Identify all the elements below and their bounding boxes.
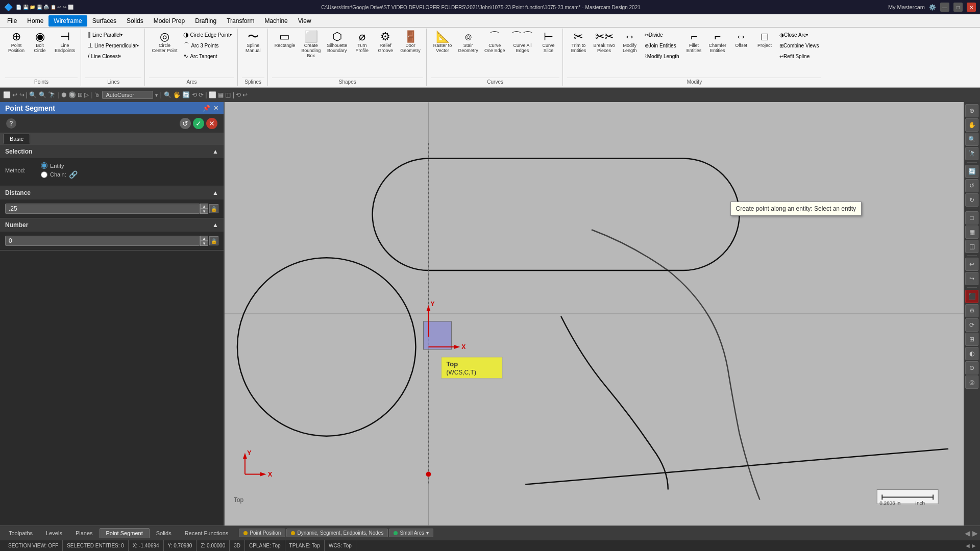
tab-planes[interactable]: Planes: [69, 528, 100, 538]
rt-rotate[interactable]: 🔄: [965, 165, 978, 178]
menu-file[interactable]: File: [2, 15, 22, 27]
modify-length-small-btn[interactable]: ⌇ Modify Length: [642, 51, 682, 61]
rt-redo[interactable]: ↪: [965, 272, 978, 285]
distance-input[interactable]: [5, 204, 200, 214]
status-dynamic-segment[interactable]: Dynamic, Segment, Endpoints, Nodes: [286, 529, 388, 537]
line-endpoints-btn[interactable]: ⊣ LineEndpoints: [52, 30, 78, 55]
menu-view[interactable]: View: [293, 15, 316, 27]
nav-forward-btn[interactable]: ▶: [972, 529, 978, 537]
refit-spline-btn[interactable]: ↩ Refit Spline: [777, 51, 821, 61]
curve-all-edges-btn[interactable]: ⌒⌒ Curve AllEdges: [508, 30, 536, 55]
break-two-pieces-btn[interactable]: ✂✂ Break TwoPieces: [591, 30, 617, 55]
rt-settings-6[interactable]: ◎: [965, 375, 978, 389]
tab-point-segment[interactable]: Point Segment: [100, 528, 150, 538]
bolt-circle-btn[interactable]: ◉ BoltCircle: [29, 30, 51, 55]
autocursor-field[interactable]: [102, 91, 153, 99]
trim-to-entities-btn[interactable]: ✂ Trim toEntities: [567, 30, 590, 55]
line-perpendicular-btn[interactable]: ⊥ Line Perpendicular: [85, 40, 141, 51]
number-header[interactable]: Number ▲: [0, 218, 224, 232]
number-spin-down[interactable]: ▼: [200, 241, 208, 246]
rt-settings-3[interactable]: ⊞: [965, 333, 978, 346]
canvas[interactable]: Y X Top (WCS,C,T) Y X Top 0.2606 in Inch: [225, 102, 964, 525]
panel-tab-basic[interactable]: Basic: [3, 134, 30, 144]
menu-wireframe[interactable]: Wireframe: [48, 15, 87, 27]
join-entities-btn[interactable]: ⊕ Join Entities: [642, 40, 682, 51]
number-input[interactable]: [5, 236, 200, 246]
line-closest-btn[interactable]: / Line Closest: [85, 51, 141, 61]
rt-record[interactable]: ⬛: [965, 290, 978, 303]
combine-views-btn[interactable]: ⊞ Combine Views: [777, 40, 821, 51]
rt-zoom-in[interactable]: 🔍: [965, 133, 978, 146]
distance-lock-btn[interactable]: 🔒: [209, 204, 218, 213]
nav-back-btn[interactable]: ◀: [965, 529, 970, 537]
modify-length-btn[interactable]: ↔ ModifyLength: [619, 30, 641, 55]
spline-manual-btn[interactable]: 〜 SplineManual: [242, 30, 264, 55]
maximize-btn[interactable]: □: [953, 3, 963, 12]
arc-tangent-btn[interactable]: ∿ Arc Tangent: [181, 51, 234, 61]
divide-btn[interactable]: ✂ Divide: [642, 30, 682, 40]
panel-ok-btn[interactable]: ✓: [193, 118, 204, 129]
menu-surfaces[interactable]: Surfaces: [87, 15, 121, 27]
status-point-position[interactable]: Point Position: [239, 529, 285, 537]
point-position-btn[interactable]: ⊕ PointPosition: [5, 30, 28, 55]
statusbar-nav-back[interactable]: ◀: [966, 543, 970, 548]
rt-view-2[interactable]: ▦: [965, 226, 978, 239]
rt-rotate-cw[interactable]: ↻: [965, 193, 978, 207]
curve-one-edge-btn[interactable]: ⌒ CurveOne Edge: [482, 30, 508, 55]
tab-solids[interactable]: Solids: [150, 528, 178, 538]
number-spin-up[interactable]: ▲: [200, 236, 208, 241]
menu-machine[interactable]: Machine: [259, 15, 292, 27]
door-geometry-btn[interactable]: 🚪 DoorGeometry: [398, 30, 423, 55]
rectangle-btn[interactable]: ▭ Rectangle: [272, 30, 298, 49]
tab-levels[interactable]: Levels: [39, 528, 69, 538]
panel-pin-btn[interactable]: 📌: [203, 105, 210, 112]
rt-settings-1[interactable]: ⚙: [965, 304, 978, 317]
rt-zoom-fit[interactable]: ⊕: [965, 104, 978, 117]
close-btn[interactable]: ✕: [967, 3, 976, 12]
panel-help-btn[interactable]: ?: [6, 118, 16, 129]
circle-edge-point-btn[interactable]: ◑ Circle Edge Point: [181, 30, 234, 40]
statusbar-nav-forward[interactable]: ▶: [972, 543, 976, 548]
status-small-arcs[interactable]: Small Arcs ▾: [389, 529, 433, 537]
silhouette-boundary-btn[interactable]: ⬡ SilhouetteBoundary: [324, 30, 350, 55]
rt-zoom-out[interactable]: 🔭: [965, 147, 978, 160]
close-arc-btn[interactable]: ◑ Close Arc: [777, 30, 821, 40]
create-bounding-box-btn[interactable]: ⬜ CreateBoundingBox: [299, 30, 323, 60]
minimize-btn[interactable]: —: [940, 3, 949, 12]
turn-profile-btn[interactable]: ⌀ TurnProfile: [351, 30, 373, 55]
rt-pan[interactable]: ✋: [965, 118, 978, 132]
menu-home[interactable]: Home: [22, 15, 48, 27]
raster-to-vector-btn[interactable]: 📐 Raster toVector: [431, 30, 455, 55]
rt-view-3[interactable]: ◫: [965, 240, 978, 253]
fillet-entities-btn[interactable]: ⌐ FilletEntities: [683, 30, 705, 55]
menu-solids[interactable]: Solids: [121, 15, 149, 27]
rt-settings-5[interactable]: ⊙: [965, 361, 978, 374]
method-entity-option[interactable]: Entity: [41, 162, 78, 169]
circle-center-point-btn[interactable]: ◎ CircleCenter Point: [149, 30, 180, 55]
menu-modelprep[interactable]: Model Prep: [149, 15, 190, 27]
distance-spin-down[interactable]: ▼: [200, 209, 208, 214]
tab-toolpaths[interactable]: Toolpaths: [2, 528, 39, 538]
menu-transform[interactable]: Transform: [222, 15, 259, 27]
chamfer-entities-btn[interactable]: ⌐ ChamferEntities: [706, 30, 729, 55]
tab-recent-functions[interactable]: Recent Functions: [178, 528, 235, 538]
panel-cancel-btn[interactable]: ✕: [206, 118, 217, 129]
offset-btn[interactable]: ↔ Offset: [730, 30, 752, 49]
rt-settings-4[interactable]: ◐: [965, 347, 978, 360]
rt-settings-2[interactable]: ⟳: [965, 318, 978, 332]
line-parallel-btn[interactable]: ∥ Line Parallel: [85, 30, 141, 40]
my-mastercam-btn[interactable]: My Mastercam: [888, 4, 925, 10]
selection-header[interactable]: Selection ▲: [0, 145, 224, 158]
rt-view-1[interactable]: □: [965, 211, 978, 224]
panel-reset-btn[interactable]: ↺: [180, 118, 191, 129]
arc-3-points-btn[interactable]: ⌒ Arc 3 Points: [181, 40, 234, 51]
menu-drafting[interactable]: Drafting: [190, 15, 222, 27]
stair-geometry-btn[interactable]: ⌾ StairGeometry: [455, 30, 481, 55]
project-btn[interactable]: □ Project: [753, 30, 776, 49]
autocursor-input[interactable]: 🖱 ▾: [94, 91, 158, 99]
relief-groove-btn[interactable]: ⚙ ReliefGroove: [374, 30, 397, 55]
distance-spin-up[interactable]: ▲: [200, 204, 208, 209]
panel-close-btn[interactable]: ✕: [213, 105, 218, 112]
rt-rotate-ccw[interactable]: ↺: [965, 179, 978, 192]
number-lock-btn[interactable]: 🔒: [209, 236, 218, 245]
